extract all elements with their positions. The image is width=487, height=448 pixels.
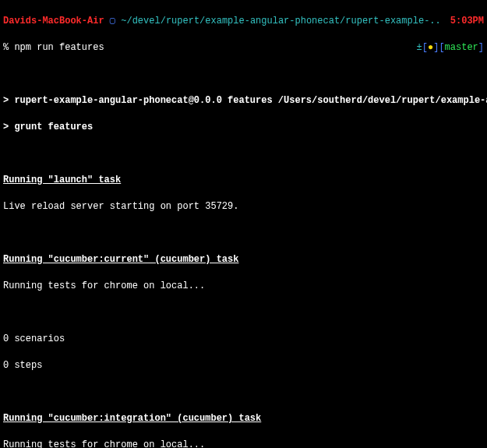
blank-line bbox=[3, 306, 484, 319]
prompt-symbol: % bbox=[3, 42, 14, 53]
git-branch-close: ] bbox=[478, 42, 484, 53]
task-cucumber-current-msg: Running tests for chrome on local... bbox=[3, 280, 484, 293]
npm-header: > rupert-example-angular-phonecat@0.0.0 … bbox=[3, 94, 484, 108]
git-bracket-open: [ bbox=[422, 42, 428, 53]
blank-line bbox=[3, 68, 484, 81]
hostname: Davids-MacBook-Air bbox=[3, 16, 104, 26]
cwd-path: ~/devel/rupert/example-angular-phonecat/… bbox=[121, 16, 440, 26]
task-cucumber-current-header: Running "cucumber:current" (cucumber) ta… bbox=[3, 253, 484, 266]
task-cucumber-integration-msg: Running tests for chrome on local... bbox=[3, 439, 484, 448]
prompt-square-icon: ▢ bbox=[110, 16, 115, 26]
command-line-1: % npm run features ±[●][master] bbox=[3, 41, 484, 55]
blank-line bbox=[3, 386, 484, 399]
scenarios-zero: 0 scenarios bbox=[3, 333, 484, 346]
task-launch-header: Running "launch" task bbox=[3, 174, 484, 187]
git-branch: master bbox=[445, 42, 478, 53]
steps-zero: 0 steps bbox=[3, 359, 484, 372]
git-plusminus: ± bbox=[417, 42, 422, 53]
npm-subcommand: > grunt features bbox=[3, 121, 484, 134]
blank-line bbox=[3, 147, 484, 161]
git-branch-open: [ bbox=[439, 42, 444, 53]
blank-line bbox=[3, 227, 484, 240]
task-cucumber-integration-header: Running "cucumber:integration" (cucumber… bbox=[3, 412, 484, 425]
clock-time: 5:03PM bbox=[450, 16, 484, 26]
typed-command: npm run features bbox=[14, 42, 104, 53]
terminal[interactable]: Davids-MacBook-Air ▢ ~/devel/rupert/exam… bbox=[0, 0, 487, 448]
prompt-line-1: Davids-MacBook-Air ▢ ~/devel/rupert/exam… bbox=[3, 15, 484, 28]
task-launch-msg: Live reload server starting on port 3572… bbox=[3, 200, 484, 213]
